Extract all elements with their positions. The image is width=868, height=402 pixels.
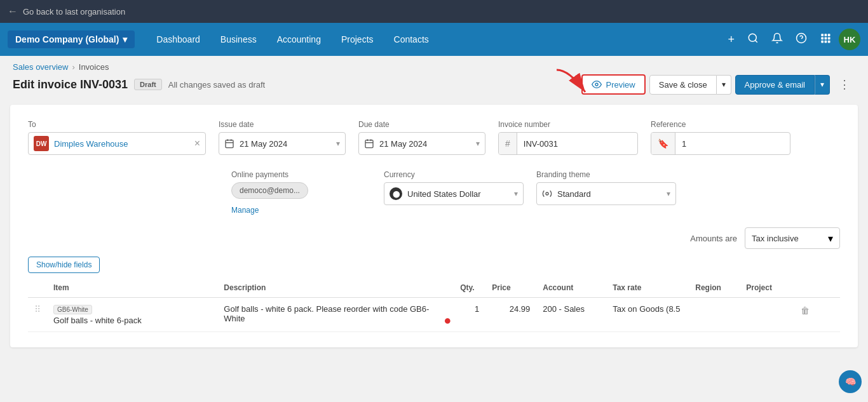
approve-email-button[interactable]: Approve & email bbox=[735, 75, 815, 95]
form-row-2: Online payments democo@demo... Manage Cu… bbox=[28, 170, 840, 215]
notifications-button[interactable] bbox=[766, 29, 788, 51]
price-cell: 24.99 bbox=[485, 298, 536, 332]
org-chevron-icon: ▾ bbox=[123, 34, 127, 44]
go-back-link[interactable]: Go back to last organisation bbox=[23, 7, 125, 17]
form-row-1: To DW Dimples Warehouse × Issue date 21 … bbox=[28, 120, 840, 155]
col-item: Item bbox=[47, 278, 217, 298]
svg-rect-5 bbox=[825, 34, 827, 36]
back-arrow-icon: ← bbox=[8, 6, 18, 17]
showhide-button[interactable]: Show/hide fields bbox=[28, 257, 100, 273]
reference-input[interactable]: 🔖 1 bbox=[651, 132, 790, 155]
svg-rect-6 bbox=[828, 34, 831, 36]
save-close-button[interactable]: Save & close bbox=[649, 75, 717, 95]
add-button[interactable]: + bbox=[722, 29, 740, 50]
issue-date-value: 21 May 2024 bbox=[240, 139, 331, 149]
contact-avatar: DW bbox=[34, 136, 49, 151]
apps-grid-button[interactable] bbox=[815, 29, 836, 51]
drag-handle[interactable]: ⠿ bbox=[28, 298, 47, 332]
approve-email-dropdown[interactable]: ▾ bbox=[815, 75, 830, 95]
branding-chevron-icon: ▾ bbox=[667, 189, 670, 198]
save-close-dropdown[interactable]: ▾ bbox=[717, 75, 731, 95]
account-cell: 200 - Sales bbox=[536, 298, 606, 332]
breadcrumb-separator: › bbox=[72, 62, 74, 72]
preview-button[interactable]: Preview bbox=[581, 74, 645, 95]
to-label: To bbox=[28, 120, 206, 129]
col-region: Region bbox=[689, 278, 740, 298]
to-field-group: To DW Dimples Warehouse × bbox=[28, 120, 206, 155]
org-name: Demo Company (Global) bbox=[15, 34, 119, 44]
search-button[interactable] bbox=[742, 29, 764, 51]
col-price: Price bbox=[485, 278, 536, 298]
payment-tag[interactable]: democo@demo... bbox=[231, 182, 308, 199]
contact-input[interactable]: DW Dimples Warehouse × bbox=[28, 132, 206, 155]
page-title-row: Edit invoice INV-0031 Draft All changes … bbox=[13, 74, 855, 95]
contact-clear-button[interactable]: × bbox=[194, 138, 200, 149]
nav-business[interactable]: Business bbox=[212, 29, 266, 50]
project-cell bbox=[740, 298, 790, 332]
nav-dashboard[interactable]: Dashboard bbox=[147, 29, 209, 50]
table-row: ⠿ GB6-White Golf balls - white 6-pack Go… bbox=[28, 298, 840, 332]
breadcrumb: Sales overview › Invoices bbox=[13, 62, 109, 72]
help-button[interactable] bbox=[790, 29, 812, 51]
invoice-form: To DW Dimples Warehouse × Issue date 21 … bbox=[10, 105, 858, 347]
user-avatar[interactable]: HK bbox=[839, 29, 860, 50]
issue-date-group: Issue date 21 May 2024 ▾ bbox=[219, 120, 346, 155]
svg-rect-4 bbox=[821, 34, 824, 36]
invoice-num-value: INV-0031 bbox=[517, 139, 637, 149]
reference-value: 1 bbox=[675, 139, 693, 149]
manage-link[interactable]: Manage bbox=[231, 206, 371, 215]
nav-projects[interactable]: Projects bbox=[332, 29, 383, 50]
nav-accounting[interactable]: Accounting bbox=[268, 29, 330, 50]
svg-text:🧠: 🧠 bbox=[845, 377, 857, 387]
col-drag bbox=[28, 278, 47, 298]
delete-row-button[interactable]: 🗑 bbox=[797, 304, 813, 317]
issue-date-label: Issue date bbox=[219, 120, 346, 129]
col-account: Account bbox=[536, 278, 606, 298]
col-qty: Qty. bbox=[454, 278, 485, 298]
item-tag: GB6-White bbox=[53, 305, 92, 314]
row-actions: 🗑 bbox=[790, 298, 840, 332]
branding-value: Standard bbox=[557, 189, 661, 199]
currency-select[interactable]: ⬤ United States Dollar ▾ bbox=[384, 182, 524, 205]
amounts-select[interactable]: Tax inclusive ▾ bbox=[745, 227, 840, 249]
items-table: Item Description Qty. Price Account Tax … bbox=[28, 278, 840, 332]
col-actions bbox=[790, 278, 840, 298]
item-name: Golf balls - white 6-pack bbox=[53, 316, 211, 325]
description-text: Golf balls - white 6 pack. Please reorde… bbox=[224, 304, 429, 323]
svg-point-0 bbox=[749, 34, 756, 41]
tax-inclusive-value: Tax inclusive bbox=[752, 234, 823, 243]
svg-line-1 bbox=[755, 40, 757, 42]
svg-rect-11 bbox=[825, 40, 827, 43]
breadcrumb-sales-overview[interactable]: Sales overview bbox=[13, 62, 68, 72]
invoice-num-label: Invoice number bbox=[498, 120, 638, 129]
contact-name: Dimples Warehouse bbox=[54, 139, 189, 149]
svg-rect-19 bbox=[365, 140, 373, 148]
xero-icon: 🧠 bbox=[839, 370, 862, 396]
amounts-chevron-icon: ▾ bbox=[828, 232, 833, 245]
amounts-are-label: Amounts are bbox=[690, 234, 737, 243]
due-date-value: 21 May 2024 bbox=[379, 139, 471, 149]
save-close-group: Save & close ▾ bbox=[649, 75, 731, 95]
invoice-num-input[interactable]: # INV-0031 bbox=[498, 132, 638, 155]
org-selector[interactable]: Demo Company (Global) ▾ bbox=[8, 30, 135, 48]
page-header: Sales overview › Invoices Edit invoice I… bbox=[0, 56, 868, 100]
branding-icon bbox=[542, 189, 552, 199]
branding-select[interactable]: Standard ▾ bbox=[536, 182, 676, 205]
col-tax-rate: Tax rate bbox=[606, 278, 689, 298]
svg-rect-12 bbox=[828, 40, 831, 43]
due-date-input[interactable]: 21 May 2024 ▾ bbox=[358, 132, 485, 155]
bookmark-icon: 🔖 bbox=[651, 133, 675, 154]
nav-contacts[interactable]: Contacts bbox=[385, 29, 438, 50]
breadcrumb-invoices: Invoices bbox=[79, 62, 109, 72]
col-project: Project bbox=[740, 278, 790, 298]
content-area: Sales overview › Invoices Edit invoice I… bbox=[0, 56, 868, 347]
hash-icon: # bbox=[499, 133, 517, 154]
item-cell: GB6-White Golf balls - white 6-pack bbox=[47, 298, 217, 332]
more-options-button[interactable]: ⋮ bbox=[834, 75, 855, 94]
svg-rect-15 bbox=[226, 140, 233, 148]
online-payments-group: Online payments democo@demo... Manage bbox=[231, 170, 371, 215]
currency-group: Currency ⬤ United States Dollar ▾ bbox=[384, 170, 524, 205]
issue-date-input[interactable]: 21 May 2024 ▾ bbox=[219, 132, 346, 155]
error-indicator: ● bbox=[444, 313, 451, 328]
invoice-num-group: Invoice number # INV-0031 bbox=[498, 120, 638, 155]
